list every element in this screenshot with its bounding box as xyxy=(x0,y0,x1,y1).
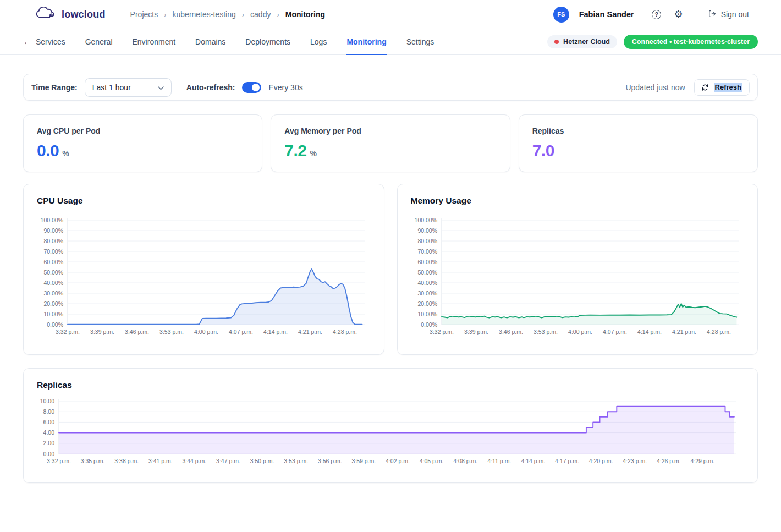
svg-text:4:28 p.m.: 4:28 p.m. xyxy=(707,328,731,335)
svg-text:4:14 p.m.: 4:14 p.m. xyxy=(637,328,662,335)
svg-text:4:26 p.m.: 4:26 p.m. xyxy=(657,458,681,464)
svg-text:3:39 p.m.: 3:39 p.m. xyxy=(464,328,488,335)
svg-text:40.00%: 40.00% xyxy=(417,279,437,286)
svg-text:100.00%: 100.00% xyxy=(414,217,437,223)
time-range-select[interactable]: Last 1 hour xyxy=(85,78,172,97)
svg-text:30.00%: 30.00% xyxy=(43,290,63,297)
svg-text:90.00%: 90.00% xyxy=(43,227,63,234)
svg-text:4:14 p.m.: 4:14 p.m. xyxy=(263,328,288,335)
svg-text:3:41 p.m.: 3:41 p.m. xyxy=(148,458,173,464)
svg-text:4:14 p.m.: 4:14 p.m. xyxy=(521,458,546,464)
breadcrumb-separator: › xyxy=(164,10,166,19)
monitoring-toolbar: Time Range: Last 1 hour Auto-refresh: Ev… xyxy=(23,74,758,101)
svg-text:4:02 p.m.: 4:02 p.m. xyxy=(386,458,410,464)
stat-label: Avg CPU per Pod xyxy=(37,127,249,135)
svg-text:6.00: 6.00 xyxy=(43,419,55,425)
svg-text:3:38 p.m.: 3:38 p.m. xyxy=(114,458,139,464)
svg-text:80.00%: 80.00% xyxy=(417,238,437,244)
stat-label: Avg Memory per Pod xyxy=(284,127,496,135)
svg-text:70.00%: 70.00% xyxy=(417,248,437,255)
sign-out-button[interactable]: Sign out xyxy=(707,9,749,20)
tab-settings[interactable]: Settings xyxy=(406,29,435,55)
time-range-value: Last 1 hour xyxy=(92,83,131,92)
help-icon: ? xyxy=(652,10,661,19)
svg-text:4:21 p.m.: 4:21 p.m. xyxy=(672,328,696,335)
memory-usage-chart: 0.00%10.00%20.00%30.00%40.00%50.00%60.00… xyxy=(411,212,745,345)
breadcrumb-item-projects[interactable]: Projects xyxy=(130,10,158,19)
svg-text:10.00%: 10.00% xyxy=(43,311,63,317)
provider-status-dot xyxy=(554,40,559,44)
stats-row: Avg CPU per Pod 0.0 % Avg Memory per Pod… xyxy=(23,114,758,172)
stat-unit: % xyxy=(62,149,69,158)
svg-text:4:08 p.m.: 4:08 p.m. xyxy=(453,458,477,464)
breadcrumb: Projects › kubernetes-testing › caddy › … xyxy=(130,10,325,19)
cpu-usage-title: CPU Usage xyxy=(37,196,371,206)
svg-text:4:11 p.m.: 4:11 p.m. xyxy=(487,458,511,464)
cluster-connection-badge: Connected • test-kubernetes-cluster xyxy=(624,35,758,49)
header-divider xyxy=(695,8,695,20)
gear-icon: ⚙ xyxy=(674,9,683,19)
tab-environment[interactable]: Environment xyxy=(133,29,176,55)
tab-monitoring[interactable]: Monitoring xyxy=(346,29,386,55)
back-arrow-icon: ← xyxy=(23,37,31,46)
svg-text:80.00%: 80.00% xyxy=(43,238,63,244)
svg-text:20.00%: 20.00% xyxy=(43,300,63,307)
svg-text:4:00 p.m.: 4:00 p.m. xyxy=(568,328,592,335)
help-button[interactable]: ? xyxy=(651,8,663,20)
svg-text:0.00%: 0.00% xyxy=(47,321,63,328)
svg-text:4:23 p.m.: 4:23 p.m. xyxy=(623,458,647,464)
replicas-chart: 0.002.004.006.008.0010.003:32 p.m.3:35 p… xyxy=(37,397,744,475)
user-name: Fabian Sander xyxy=(579,10,634,19)
svg-text:3:35 p.m.: 3:35 p.m. xyxy=(81,458,105,464)
provider-badge: Hetzner Cloud xyxy=(547,35,617,48)
svg-text:0.00%: 0.00% xyxy=(421,321,437,328)
svg-text:50.00%: 50.00% xyxy=(43,269,63,276)
toggle-knob xyxy=(252,84,260,91)
svg-text:3:44 p.m.: 3:44 p.m. xyxy=(183,458,207,464)
replicas-plot: 0.002.004.006.008.0010.003:32 p.m.3:35 p… xyxy=(37,397,740,473)
svg-text:4:29 p.m.: 4:29 p.m. xyxy=(691,458,715,464)
svg-text:2.00: 2.00 xyxy=(43,440,55,446)
auto-refresh-label: Auto-refresh: xyxy=(186,83,235,92)
svg-text:3:53 p.m.: 3:53 p.m. xyxy=(160,328,184,335)
refresh-button[interactable]: Refresh xyxy=(694,79,750,96)
svg-text:90.00%: 90.00% xyxy=(417,227,437,234)
logo[interactable]: lowcloud xyxy=(34,7,106,23)
svg-text:30.00%: 30.00% xyxy=(417,290,437,297)
settings-button[interactable]: ⚙ xyxy=(673,8,685,20)
svg-text:3:50 p.m.: 3:50 p.m. xyxy=(250,458,274,464)
provider-badge-label: Hetzner Cloud xyxy=(563,38,610,46)
memory-usage-title: Memory Usage xyxy=(411,196,745,206)
svg-text:4:21 p.m.: 4:21 p.m. xyxy=(298,328,322,335)
tab-deployments[interactable]: Deployments xyxy=(245,29,290,55)
stat-card-avg-cpu: Avg CPU per Pod 0.0 % xyxy=(23,114,262,172)
tab-general[interactable]: General xyxy=(85,29,113,55)
svg-text:40.00%: 40.00% xyxy=(43,279,63,286)
refresh-button-label: Refresh xyxy=(714,83,743,92)
sign-out-icon xyxy=(707,9,716,20)
auto-refresh-toggle[interactable] xyxy=(242,82,261,93)
breadcrumb-item-service[interactable]: caddy xyxy=(250,10,271,19)
svg-text:4.00: 4.00 xyxy=(43,429,55,436)
tab-domains[interactable]: Domains xyxy=(195,29,226,55)
svg-text:3:56 p.m.: 3:56 p.m. xyxy=(318,458,342,464)
tab-bar: ← Services General Environment Domains D… xyxy=(0,29,781,55)
memory-usage-card: Memory Usage 0.00%10.00%20.00%30.00%40.0… xyxy=(397,184,758,355)
svg-text:10.00: 10.00 xyxy=(40,398,54,404)
svg-text:4:00 p.m.: 4:00 p.m. xyxy=(194,328,218,335)
auto-refresh-interval: Every 30s xyxy=(268,83,302,92)
svg-text:100.00%: 100.00% xyxy=(41,217,63,223)
tabs: ← Services General Environment Domains D… xyxy=(23,29,434,54)
svg-text:3:53 p.m.: 3:53 p.m. xyxy=(284,458,308,464)
tab-logs[interactable]: Logs xyxy=(310,29,327,55)
svg-text:3:32 p.m.: 3:32 p.m. xyxy=(47,458,71,464)
svg-text:8.00: 8.00 xyxy=(43,408,55,415)
tab-services[interactable]: ← Services xyxy=(23,29,65,55)
stat-label: Replicas xyxy=(532,127,744,135)
svg-text:3:46 p.m.: 3:46 p.m. xyxy=(499,328,523,335)
breadcrumb-item-project[interactable]: kubernetes-testing xyxy=(173,10,236,19)
svg-text:20.00%: 20.00% xyxy=(417,300,437,307)
cloud-logo-icon xyxy=(34,7,57,23)
avatar[interactable]: FS xyxy=(553,7,569,23)
replicas-title: Replicas xyxy=(37,380,744,390)
